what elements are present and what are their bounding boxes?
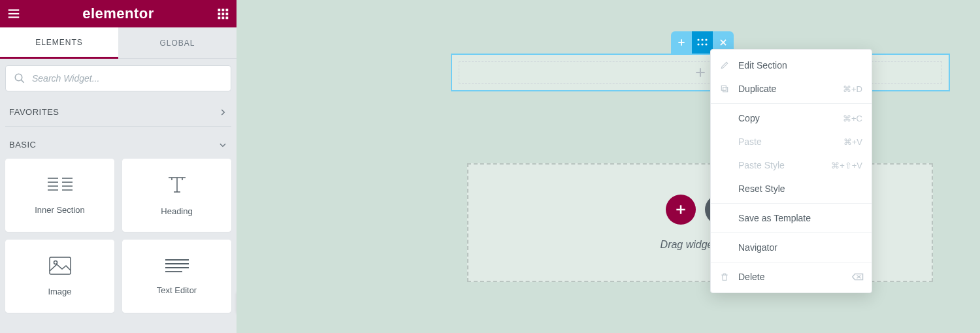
add-section-button[interactable] xyxy=(666,195,696,225)
widget-label: Heading xyxy=(161,206,192,216)
plus-icon xyxy=(694,66,707,79)
search-input[interactable] xyxy=(32,73,223,84)
widget-label: Image xyxy=(48,287,71,296)
ctx-label: Paste Style xyxy=(738,160,785,170)
svg-point-23 xyxy=(54,261,57,264)
ctx-shortcut: ⌘+C xyxy=(843,114,862,123)
widgets-grid: Inner Section Heading Image Text Editor xyxy=(0,159,237,321)
text-lines-icon xyxy=(165,258,189,274)
svg-point-34 xyxy=(701,43,703,45)
ctx-copy[interactable]: Copy ⌘+C xyxy=(711,106,872,130)
search-icon xyxy=(14,72,25,84)
ctx-label: Edit Section xyxy=(738,60,787,71)
trash-icon xyxy=(720,272,730,281)
ctx-label: Duplicate xyxy=(738,84,776,94)
section-context-menu: Edit Section Duplicate ⌘+D Copy ⌘+C Past… xyxy=(710,49,872,293)
plus-icon xyxy=(674,203,687,216)
columns-icon xyxy=(48,176,73,193)
ctx-label: Save as Template xyxy=(738,213,811,223)
svg-rect-6 xyxy=(218,13,221,16)
search-box xyxy=(5,65,231,91)
grip-icon xyxy=(696,38,708,47)
svg-point-31 xyxy=(701,39,703,40)
elementor-panel: elementor ELEMENTS GLOBAL FAVORITES BASI… xyxy=(0,0,237,333)
svg-rect-22 xyxy=(50,257,71,274)
ctx-delete[interactable]: Delete xyxy=(711,265,872,289)
close-icon xyxy=(719,38,728,47)
section-add-button[interactable] xyxy=(671,31,692,54)
divider xyxy=(711,203,872,204)
chevron-down-icon xyxy=(218,140,227,150)
svg-rect-43 xyxy=(721,86,726,90)
ctx-duplicate[interactable]: Duplicate ⌘+D xyxy=(711,77,872,101)
ctx-label: Navigator xyxy=(738,242,777,253)
ctx-label: Paste xyxy=(738,136,762,147)
category-label: FAVORITES xyxy=(9,107,59,117)
svg-rect-5 xyxy=(226,9,229,12)
svg-rect-7 xyxy=(222,13,225,16)
ctx-paste: Paste ⌘+V xyxy=(711,130,872,153)
svg-rect-3 xyxy=(218,9,221,12)
category-basic[interactable]: BASIC xyxy=(0,131,237,159)
widget-heading[interactable]: Heading xyxy=(122,159,231,232)
svg-point-33 xyxy=(697,43,699,45)
svg-rect-11 xyxy=(226,17,229,20)
image-icon xyxy=(49,257,71,275)
divider xyxy=(5,126,231,127)
svg-rect-10 xyxy=(222,17,225,20)
plus-icon xyxy=(677,38,686,47)
ctx-shortcut: ⌘+⇧+V xyxy=(831,161,862,170)
svg-point-30 xyxy=(697,39,699,40)
category-label: BASIC xyxy=(9,140,37,150)
tab-global[interactable]: GLOBAL xyxy=(118,27,237,59)
heading-icon xyxy=(166,175,188,195)
copy-icon xyxy=(720,84,730,93)
ctx-shortcut: ⌘+V xyxy=(843,137,862,147)
ctx-label: Copy xyxy=(738,113,760,123)
ctx-paste-style: Paste Style ⌘+⇧+V xyxy=(711,153,872,177)
svg-point-32 xyxy=(705,39,707,40)
brand-logo: elementor xyxy=(27,5,209,22)
apps-button[interactable] xyxy=(209,0,237,27)
category-favorites[interactable]: FAVORITES xyxy=(0,98,237,126)
ctx-label: Delete xyxy=(738,272,764,282)
grid-icon xyxy=(217,8,229,20)
ctx-shortcut: ⌘+D xyxy=(843,84,862,94)
delete-shortcut-icon xyxy=(852,272,862,281)
selected-section[interactable] xyxy=(451,54,950,91)
search-container xyxy=(0,59,237,98)
ctx-save-as-template[interactable]: Save as Template xyxy=(711,206,872,230)
divider xyxy=(711,232,872,233)
divider xyxy=(711,103,872,104)
ctx-edit-section[interactable]: Edit Section xyxy=(711,54,872,77)
svg-rect-42 xyxy=(723,87,728,92)
panel-header: elementor xyxy=(0,0,237,27)
svg-rect-8 xyxy=(226,13,229,16)
menu-button[interactable] xyxy=(0,0,27,27)
panel-tabs: ELEMENTS GLOBAL xyxy=(0,27,237,59)
hamburger-icon xyxy=(7,7,21,21)
widget-label: Inner Section xyxy=(35,205,85,215)
pencil-icon xyxy=(720,61,730,70)
ctx-label: Reset Style xyxy=(738,183,785,194)
tab-elements[interactable]: ELEMENTS xyxy=(0,27,118,59)
svg-point-12 xyxy=(15,74,22,81)
widget-image[interactable]: Image xyxy=(5,240,114,313)
divider xyxy=(711,262,872,262)
svg-rect-9 xyxy=(218,17,221,20)
svg-line-13 xyxy=(22,80,24,83)
ctx-reset-style[interactable]: Reset Style xyxy=(711,177,872,200)
svg-rect-4 xyxy=(222,9,225,12)
editor-canvas: Drag widget here Edit Section Duplicate … xyxy=(237,0,980,333)
widget-inner-section[interactable]: Inner Section xyxy=(5,159,114,232)
widget-label: Text Editor xyxy=(157,285,197,295)
chevron-right-icon xyxy=(218,108,227,117)
ctx-navigator[interactable]: Navigator xyxy=(711,236,872,259)
widget-text-editor[interactable]: Text Editor xyxy=(122,240,231,313)
svg-point-35 xyxy=(705,43,707,45)
